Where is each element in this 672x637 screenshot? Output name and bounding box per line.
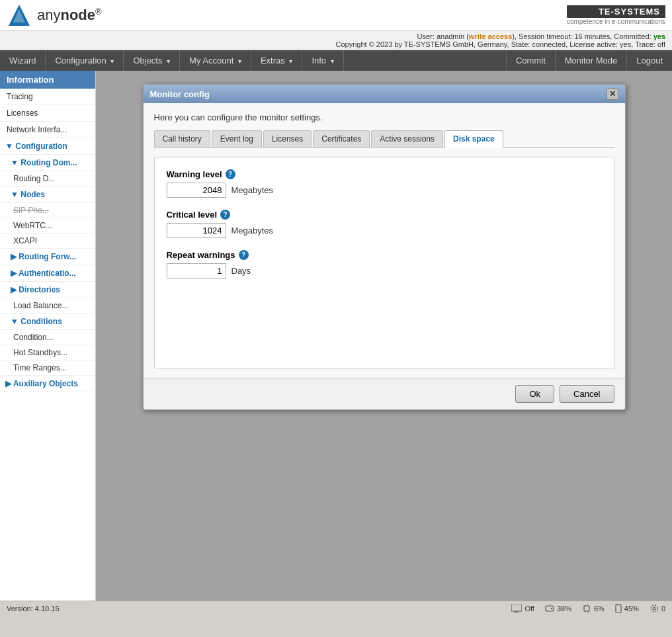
nav-my-account[interactable]: My Account ▾: [180, 50, 251, 71]
nav-info[interactable]: Info ▾: [302, 50, 343, 71]
warning-level-input[interactable]: [167, 183, 226, 198]
warning-level-help-icon[interactable]: ?: [226, 169, 235, 179]
nav-left: Wizard Configuration ▾ Objects ▾ My Acco…: [0, 50, 344, 71]
content-area: Monitor config ✕ Here you can configure …: [96, 71, 672, 601]
sidebar-sub-routing-d[interactable]: Routing D...: [0, 171, 95, 187]
monitor-icon: [511, 605, 522, 613]
nav-objects[interactable]: Objects ▾: [124, 50, 180, 71]
nav-configuration[interactable]: Configuration ▾: [46, 50, 124, 71]
tab-call-history[interactable]: Call history: [154, 130, 210, 147]
modal-overlay: Monitor config ✕ Here you can configure …: [96, 71, 672, 601]
warning-level-input-row: Megabytes: [167, 183, 602, 198]
svg-point-16: [651, 605, 657, 612]
sidebar-sub-hot-standbys[interactable]: Hot Standbys...: [0, 345, 95, 361]
tab-event-log[interactable]: Event log: [212, 130, 262, 147]
monitor-config-dialog: Monitor config ✕ Here you can configure …: [143, 84, 626, 410]
repeat-warnings-row: Repeat warnings ? Days: [167, 250, 602, 278]
sidebar-sub-load-balance[interactable]: Load Balance...: [0, 298, 95, 314]
critical-level-input[interactable]: [167, 223, 226, 238]
sidebar-group-auxiliary[interactable]: ▶ Auxiliary Objects: [0, 376, 95, 392]
sidebar-sub-conditions[interactable]: Condition...: [0, 330, 95, 345]
critical-level-row: Critical level ? Megabytes: [167, 210, 602, 238]
nav-commit[interactable]: Commit: [506, 50, 555, 71]
sidebar-sub-xcapi[interactable]: XCAPI: [0, 234, 95, 249]
dialog-description: Here you can configure the monitor setti…: [154, 112, 614, 122]
hdd-icon: [545, 604, 554, 613]
svg-rect-2: [511, 605, 522, 611]
sidebar-group-configuration[interactable]: ▼ Configuration: [0, 138, 95, 155]
sidebar-group-routing-forw[interactable]: ▶ Routing Forw...: [0, 249, 95, 265]
sidebar-item-network-interfaces[interactable]: Network Interfa...: [0, 122, 95, 138]
info-line1: User: anadmin (write access), Session ti…: [7, 32, 665, 40]
svg-point-6: [551, 608, 552, 609]
tab-active-sessions[interactable]: Active sessions: [371, 130, 443, 147]
repeat-warnings-input[interactable]: [167, 263, 226, 278]
tab-certificates[interactable]: Certificates: [313, 130, 370, 147]
tab-bar: Call history Event log Licenses Certific…: [154, 130, 614, 148]
svg-rect-7: [584, 606, 589, 611]
sidebar-sub-time-ranges[interactable]: Time Ranges...: [0, 361, 95, 376]
te-systems-brand: TE-SYSTEMS competence in e-communication…: [567, 5, 665, 25]
tab-disk-space[interactable]: Disk space: [444, 130, 503, 148]
version-label: Version: 4.10.15: [7, 605, 60, 613]
logo-icon: [7, 3, 32, 28]
sidebar-sub-sip-phone[interactable]: SIP Pho...: [0, 203, 95, 218]
critical-level-unit: Megabytes: [231, 226, 274, 235]
status-monitor: Off: [511, 605, 534, 613]
status-settings: 0: [650, 604, 665, 613]
status-hdd: 38%: [545, 604, 571, 613]
critical-level-input-row: Megabytes: [167, 223, 602, 238]
logo-text: anynode®: [37, 7, 102, 24]
nav-right: Commit Monitor Mode Logout: [506, 50, 672, 71]
ok-button[interactable]: Ok: [515, 385, 554, 403]
cancel-button[interactable]: Cancel: [560, 385, 614, 403]
main-layout: Information Tracing Licenses Network Int…: [0, 71, 672, 601]
sidebar-section-information[interactable]: Information: [0, 71, 95, 89]
cpu-status: 6%: [594, 605, 605, 613]
monitor-status: Off: [525, 605, 534, 613]
status-memory: 45%: [615, 604, 639, 613]
info-bar: User: anadmin (write access), Session ti…: [0, 31, 672, 50]
critical-level-label: Critical level ?: [167, 210, 602, 220]
repeat-warnings-unit: Days: [231, 266, 251, 276]
svg-point-15: [653, 607, 655, 610]
dialog-footer: Ok Cancel: [144, 378, 625, 409]
nav-bar: Wizard Configuration ▾ Objects ▾ My Acco…: [0, 50, 672, 71]
sidebar-group-routing-dom[interactable]: ▼ Routing Dom...: [0, 155, 95, 171]
sidebar-group-directories[interactable]: ▶ Directories: [0, 282, 95, 298]
memory-icon: [615, 604, 622, 613]
sidebar-group-authentication[interactable]: ▶ Authenticatio...: [0, 265, 95, 282]
dialog-body: Here you can configure the monitor setti…: [144, 103, 625, 378]
sidebar-group-nodes[interactable]: ▼ Nodes: [0, 187, 95, 203]
status-cpu: 6%: [582, 604, 605, 613]
dialog-close-button[interactable]: ✕: [607, 88, 618, 100]
repeat-warnings-input-row: Days: [167, 263, 602, 278]
nav-extras[interactable]: Extras ▾: [251, 50, 302, 71]
sidebar-item-licenses[interactable]: Licenses: [0, 105, 95, 122]
svg-rect-12: [616, 605, 621, 613]
nav-wizard[interactable]: Wizard: [0, 50, 46, 71]
top-bar: anynode® TE-SYSTEMS competence in e-comm…: [0, 0, 672, 31]
repeat-warnings-help-icon[interactable]: ?: [239, 250, 249, 260]
repeat-warnings-label: Repeat warnings ?: [167, 250, 602, 260]
hdd-status: 38%: [557, 605, 571, 613]
warning-level-row: Warning level ? Megabytes: [167, 169, 602, 198]
info-line2: Copyright © 2023 by TE-SYSTEMS GmbH, Ger…: [7, 40, 665, 48]
tab-content-disk-space: Warning level ? Megabytes Critical l: [154, 157, 614, 368]
sidebar-item-tracing[interactable]: Tracing: [0, 89, 95, 105]
status-bar: Version: 4.10.15 Off 38% 6% 45% 0: [0, 601, 672, 616]
memory-status: 45%: [624, 605, 639, 613]
svg-rect-5: [546, 606, 554, 611]
settings-count: 0: [661, 605, 665, 613]
settings-icon: [650, 604, 659, 613]
sidebar-group-conditions[interactable]: ▼ Conditions: [0, 314, 95, 330]
nav-logout[interactable]: Logout: [626, 50, 672, 71]
logo-area: anynode®: [7, 3, 102, 28]
tab-licenses[interactable]: Licenses: [263, 130, 312, 147]
critical-level-help-icon[interactable]: ?: [220, 210, 230, 220]
dialog-title-bar: Monitor config ✕: [144, 85, 625, 103]
status-right: Off 38% 6% 45% 0: [511, 604, 665, 613]
sidebar-sub-webrtc[interactable]: WebRTC...: [0, 218, 95, 234]
nav-monitor-mode[interactable]: Monitor Mode: [555, 50, 626, 71]
warning-level-label: Warning level ?: [167, 169, 602, 179]
